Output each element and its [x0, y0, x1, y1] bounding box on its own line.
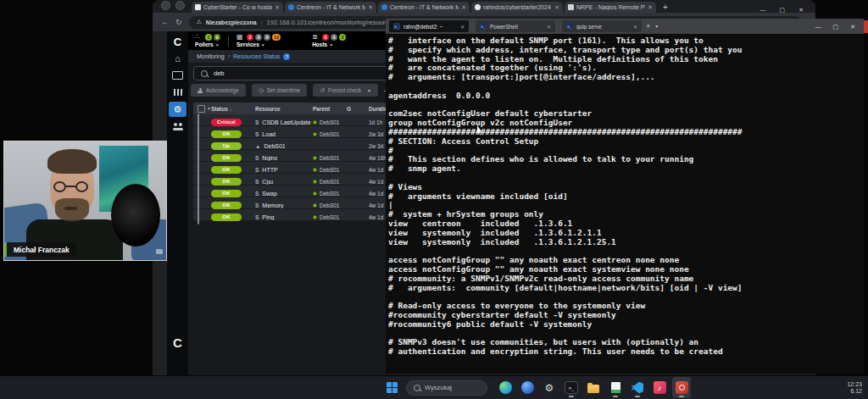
refresh-icon[interactable]: ↻ [175, 19, 182, 26]
close-tab-icon[interactable]: ✕ [368, 4, 373, 10]
maximize-icon[interactable]: ▢ [833, 24, 839, 30]
media-player-icon[interactable]: ♪ [650, 377, 669, 398]
terminal-window-controls: — ▢ ✕ [815, 24, 865, 30]
new-terminal-tab-button[interactable]: + [646, 23, 650, 30]
notepad-icon[interactable] [606, 377, 625, 398]
taskbar-clock[interactable]: 12:23 6.12 [847, 376, 862, 399]
close-tab-icon[interactable]: ✕ [460, 24, 465, 30]
minimize-icon[interactable]: — [815, 24, 821, 30]
parent-name[interactable]: DebS01 [320, 202, 340, 208]
info-icon[interactable]: ? [283, 53, 290, 60]
column-header-status[interactable]: Status ↓ [211, 106, 255, 112]
services-group[interactable]: ▦ 20012 Services ▼ [236, 34, 281, 47]
tab-strip-leading-icons [153, 1, 192, 13]
terminal-tab[interactable]: >_ gulp serve ✕ [562, 20, 642, 32]
parent-name[interactable]: DebS01 [320, 131, 340, 137]
status-badge: 0 [264, 34, 270, 41]
start-button[interactable] [387, 382, 398, 393]
terminal-icon[interactable]: >_ [562, 377, 581, 398]
status-badge: 0 [214, 34, 220, 41]
edge-browser-icon[interactable] [496, 377, 515, 398]
sidebar-item-monitoring[interactable] [169, 68, 186, 83]
sidebar-item-configuration[interactable]: ⚙ [169, 102, 186, 117]
resource-name[interactable]: Memory [262, 202, 283, 208]
tab-favicon [568, 4, 574, 10]
browser-tab[interactable]: CyberStarter - Co w hostach pis ✕ [192, 2, 283, 13]
terminal-tab[interactable]: >_ PowerShell ✕ [476, 20, 555, 32]
minimize-icon[interactable]: — [760, 7, 766, 13]
browser-tabs: CyberStarter - Co w hostach pis ✕ Centre… [192, 2, 658, 13]
close-icon[interactable]: ✕ [850, 24, 855, 30]
breadcrumb-resources-status[interactable]: Resources Status [233, 53, 280, 59]
recording-app-icon[interactable] [672, 377, 691, 398]
column-header-graph[interactable]: G [347, 106, 369, 112]
pollers-group[interactable]: ∴ 10 Pollers ▼ [195, 34, 220, 47]
new-tab-button[interactable]: + [663, 3, 668, 12]
close-icon[interactable]: ✕ [798, 7, 804, 13]
vscode-icon[interactable] [628, 377, 647, 398]
close-tab-icon[interactable]: ✕ [648, 4, 653, 10]
close-tab-icon[interactable]: ✕ [633, 24, 637, 30]
address-separator: | [261, 19, 263, 25]
select-all-checkbox[interactable] [198, 105, 205, 113]
copilot-icon[interactable] [518, 377, 537, 398]
presenter-name: Michał Franczak [14, 246, 70, 254]
microphone-pop-filter [111, 184, 160, 247]
browser-tab[interactable]: NRPE - Nagios Remote Plugin Ex ✕ [565, 2, 656, 13]
hosts-group[interactable]: ≣ 003 Hosts ▼ [312, 34, 346, 47]
acknowledge-button[interactable]: Acknowledge [191, 84, 246, 97]
close-tab-icon[interactable]: ✕ [461, 4, 466, 10]
resource-name[interactable]: Cpu [262, 179, 273, 185]
sidebar-item-reporting[interactable] [169, 85, 186, 100]
parent-name[interactable]: DebS01 [320, 155, 340, 161]
presenter-hair [47, 149, 97, 174]
file-explorer-icon[interactable] [584, 377, 603, 398]
maximize-icon[interactable]: ▢ [780, 7, 786, 13]
column-header-resource[interactable]: Resource [255, 106, 313, 112]
browser-tab-strip: CyberStarter - Co w hostach pis ✕ Centre… [153, 0, 815, 13]
settings-gear-icon[interactable]: ⚙ [540, 377, 559, 398]
resource-name[interactable]: CSDB LastUpdate [262, 119, 310, 125]
back-icon[interactable]: ← [161, 19, 169, 26]
parent-name[interactable]: DebS01 [320, 167, 340, 173]
topbar-divider [228, 36, 229, 47]
column-header-parent[interactable]: Parent [313, 106, 347, 112]
row-checkbox[interactable] [198, 208, 199, 224]
browser-tab[interactable]: Centreon - IT & Network Monito ✕ [378, 2, 470, 13]
resource-name[interactable]: Nginx [262, 155, 277, 161]
terminal-output[interactable]: # interface on the default SNMP port (16… [386, 34, 864, 357]
clock-date: 6.12 [850, 388, 862, 396]
parent-name[interactable]: DebS01 [320, 191, 340, 197]
parent-name[interactable]: DebS01 [320, 179, 340, 185]
centreon-logo-icon[interactable]: C [169, 34, 186, 49]
resource-name[interactable]: Ping [262, 214, 274, 220]
terminal-tab[interactable]: >_ rahn@debst2: ~ ✕ [389, 20, 469, 32]
close-tab-icon[interactable]: ✕ [547, 24, 551, 30]
set-downtime-button[interactable]: ◷ Set downtime [252, 84, 308, 97]
close-tab-icon[interactable]: ✕ [275, 4, 280, 10]
resource-name[interactable]: DebS01 [264, 143, 285, 149]
not-secure-warning-icon[interactable]: ⚠ [197, 19, 202, 25]
browser-tab[interactable]: Centreon - IT & Network Monito ✕ [285, 2, 376, 13]
parent-name[interactable]: DebS01 [320, 214, 340, 220]
terminal-window: >_ rahn@debst2: ~ ✕ >_ PowerShell ✕ >_ g… [386, 19, 864, 374]
resource-name[interactable]: Load [262, 131, 275, 137]
search-value: deb [214, 69, 225, 77]
breadcrumb-monitoring[interactable]: Monitoring [197, 53, 225, 59]
chevron-down-icon[interactable]: ▼ [367, 88, 371, 93]
taskbar-search-box[interactable]: Wyszukaj [406, 380, 487, 396]
parent-name[interactable]: DebS01 [320, 119, 340, 125]
resource-name[interactable]: HTTP [262, 167, 277, 173]
forced-check-button[interactable]: ↺ Forced check ▼ [313, 84, 378, 97]
resource-name[interactable]: Swap [262, 191, 277, 197]
sidebar-item-home[interactable]: ⌂ [169, 51, 186, 66]
resource-type-icon: S [255, 131, 259, 137]
browser-workspace-icon[interactable] [175, 1, 185, 10]
services-label: Services [236, 42, 259, 47]
sidebar-item-administration[interactable] [169, 119, 186, 134]
chevron-down-icon[interactable]: ▼ [654, 24, 659, 29]
terminal-line: view systemonly included .1.3.6.1.2.1.1 [388, 229, 864, 238]
close-tab-icon[interactable]: ✕ [554, 4, 559, 10]
browser-profile-icon[interactable] [161, 1, 170, 10]
browser-tab[interactable]: rahndos/cyberstarter2024_moni ✕ [471, 2, 563, 13]
